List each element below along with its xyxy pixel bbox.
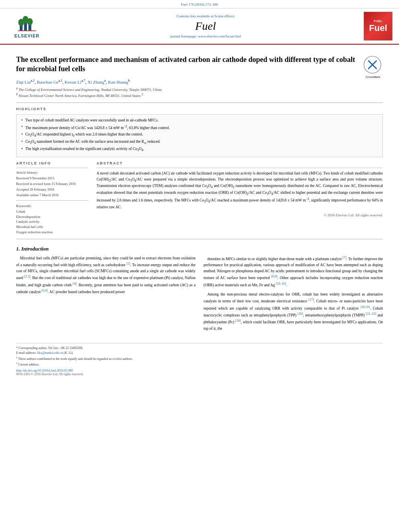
highlight-item: Co3O4/AC responded highest i0 which was … [21, 132, 378, 138]
main-content: The excellent performance and mechanism … [0, 45, 399, 384]
article-history-label: Article history: [16, 170, 88, 175]
elsevier-text: ELSEVIER [14, 33, 39, 38]
svg-rect-6 [18, 30, 36, 31]
highlight-item: Two type of cobalt modified AC catalysts… [21, 118, 378, 123]
divider-2 [16, 239, 383, 239]
history-line-4: Available online 7 March 2016 [16, 193, 88, 198]
footer-note-star: * Corresponding author. Tel./fax: +86 22… [16, 346, 383, 351]
journal-ref-text: Fuel 176 (2016) 173–180 [181, 2, 218, 6]
introduction-section: 1. Introduction Microbial fuel cells (MF… [16, 246, 383, 335]
journal-header: ELSEVIER Contents lists available at Sci… [0, 8, 399, 45]
keywords-label: Keywords: [16, 204, 88, 208]
journal-name: Fuel [53, 20, 358, 33]
intro-right-col: densities in MFCs similar to or slightly… [204, 255, 383, 335]
footer-notes: * Corresponding author. Tel./fax: +86 22… [16, 346, 383, 367]
abstract-label: ABSTRACT [97, 161, 383, 165]
highlights-label: HIGHLIGHTS [16, 107, 383, 111]
elsevier-tree-icon [15, 14, 39, 33]
abstract-col: ABSTRACT A novel cobalt decorated activa… [97, 161, 383, 234]
svg-rect-2 [29, 25, 31, 31]
elsevier-logo-container: ELSEVIER [5, 14, 49, 38]
contents-link: Contents lists available at ScienceDirec… [53, 14, 358, 18]
intro-para-1: Microbial fuel cells (MFCs) are particul… [16, 255, 195, 296]
history-line-1: Received 9 November 2015 [16, 176, 88, 181]
paper-title: The excellent performance and mechanism … [16, 55, 383, 74]
svg-point-5 [27, 18, 33, 25]
svg-rect-0 [20, 25, 23, 31]
svg-rect-1 [24, 22, 27, 31]
history-line-3: Accepted 26 February 2016 [16, 187, 88, 192]
info-abstract-columns: ARTICLE INFO Article history: Received 9… [16, 161, 383, 234]
keyword-electro: Electrodeposition [16, 214, 88, 220]
intro-para-right-2: Among the non-precious metal electro-cat… [204, 292, 383, 332]
journal-homepage: journal homepage: www.elsevier.com/locat… [53, 34, 358, 38]
abstract-copyright: © 2016 Elsevier Ltd. All rights reserved… [97, 213, 383, 217]
page-footer: * Corresponding author. Tel./fax: +86 22… [16, 343, 383, 376]
footer-email: E-mail address: likx@nankai.edu.cn (K. L… [16, 351, 383, 355]
section-number-title: 1. Introduction [16, 246, 383, 252]
authors-line: Ziqi Liua,1, Baochao Gea,1, Kexun Lia,*,… [16, 79, 383, 84]
highlight-item: Co3O4 nanosheet formed on the AC with th… [21, 139, 378, 145]
fuel-logo-container: FUEL Fuel [362, 12, 394, 41]
footer-doi[interactable]: http://dx.doi.org/10.1016/j.fuel.2016.02… [16, 369, 383, 372]
keyword-catalytic: Catalytic activity [16, 219, 88, 224]
keyword-mfc: Microbial fuel cells [16, 224, 88, 230]
footer-note-1: 1 These authors contributed to the work … [16, 355, 383, 362]
keyword-orr: Oxygen reduction reaction [16, 230, 88, 235]
crossmark-logo[interactable]: CrossMark [363, 55, 383, 75]
journal-title-center: Contents lists available at ScienceDirec… [53, 14, 358, 38]
divider-1 [16, 103, 383, 103]
article-info-label: ARTICLE INFO [16, 161, 88, 165]
footer-note-2: 2 Current address. [16, 361, 383, 367]
highlight-item: The high crystallization resulted in the… [21, 146, 378, 152]
footer-issn: 0016-2361/© 2016 Elsevier Ltd. All right… [16, 372, 383, 376]
highlights-box: Two type of cobalt modified AC catalysts… [16, 114, 383, 158]
intro-text-columns: Microbial fuel cells (MFCs) are particul… [16, 255, 383, 335]
journal-reference: Fuel 176 (2016) 173–180 [0, 0, 399, 8]
affiliations: a The College of Environmental Science a… [16, 86, 383, 98]
fuel-logo-box: FUEL Fuel [364, 12, 393, 41]
keyword-cobalt: Cobalt [16, 209, 88, 214]
intro-para-right-1: densities in MFCs similar to or slightly… [204, 255, 383, 288]
highlight-item: The maximum power density of Co/AC was 1… [21, 124, 378, 131]
history-line-2: Received in revised form 15 February 201… [16, 182, 88, 187]
intro-left-col: Microbial fuel cells (MFCs) are particul… [16, 255, 195, 335]
article-info-col: ARTICLE INFO Article history: Received 9… [16, 161, 88, 234]
sciencedirect-link[interactable]: ScienceDirect [214, 14, 234, 18]
abstract-text: A novel cobalt decorated activated carbo… [97, 170, 383, 210]
